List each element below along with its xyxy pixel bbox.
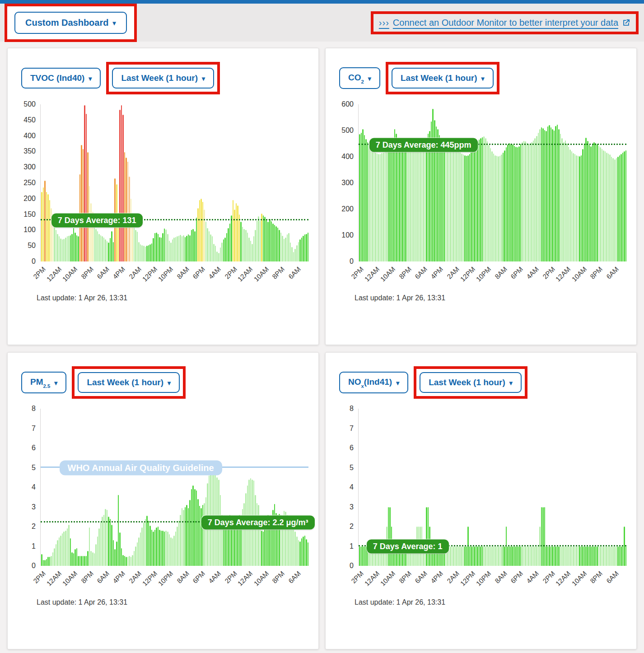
bar xyxy=(605,151,606,261)
x-tick-label: 8AM xyxy=(493,265,509,280)
bar xyxy=(603,546,604,566)
triple-chevron-icon: ››› xyxy=(379,18,389,28)
bar xyxy=(581,155,582,261)
chevron-down-icon: ▾ xyxy=(396,380,399,386)
bar xyxy=(539,129,541,261)
bar xyxy=(280,233,282,261)
bar xyxy=(79,556,81,566)
bar xyxy=(466,546,467,566)
bar xyxy=(103,238,105,261)
bar xyxy=(76,548,78,566)
bar xyxy=(383,153,384,261)
bar xyxy=(73,228,75,261)
bar xyxy=(231,215,232,261)
y-tick-label: 150 xyxy=(23,210,36,219)
x-tick-label: 2AM xyxy=(127,569,143,585)
y-axis: 050100150200250300350400450500 xyxy=(17,104,40,261)
y-tick-label: 0 xyxy=(350,257,354,266)
connect-outdoor-monitor-link[interactable]: ››› Connect an Outdoor Monitor to better… xyxy=(379,18,630,28)
bar xyxy=(372,150,373,261)
bar xyxy=(243,229,245,261)
y-tick-label: 350 xyxy=(23,147,36,155)
bar xyxy=(192,229,194,261)
bar xyxy=(78,556,79,566)
bar xyxy=(202,202,204,261)
bar xyxy=(194,489,196,566)
last-update-text: Last update: 1 Apr 26, 13:31 xyxy=(355,294,636,302)
bar xyxy=(565,546,566,566)
bar xyxy=(625,150,627,261)
x-tick-label: 2PM xyxy=(350,569,365,585)
x-tick-label: 6AM xyxy=(95,569,111,585)
bar xyxy=(197,208,199,261)
timerange-dropdown[interactable]: Last Week (1 hour) ▾ xyxy=(78,372,180,393)
bar xyxy=(141,527,143,566)
y-tick-label: 100 xyxy=(341,231,354,239)
parameter-dropdown[interactable]: TVOC (Ind40) ▾ xyxy=(21,68,101,89)
bar xyxy=(362,129,364,261)
bar xyxy=(614,159,616,261)
bar xyxy=(274,504,275,566)
bar xyxy=(584,144,585,261)
bar xyxy=(536,136,537,261)
bar xyxy=(108,517,109,566)
x-tick-label: 8PM xyxy=(79,569,95,585)
bar xyxy=(154,530,156,566)
bar xyxy=(145,247,146,261)
timerange-dropdown[interactable]: Last Week (1 hour) ▾ xyxy=(420,372,522,393)
bar xyxy=(288,233,289,261)
x-tick-label: 12AM xyxy=(554,265,572,283)
bar xyxy=(527,546,528,566)
bar xyxy=(566,144,568,261)
parameter-dropdown[interactable]: CO2 ▾ xyxy=(339,67,380,89)
bar xyxy=(212,236,213,261)
bar xyxy=(148,521,149,566)
bar xyxy=(303,236,304,261)
bar xyxy=(158,234,159,261)
bar xyxy=(75,549,76,566)
y-tick-label: 5 xyxy=(350,464,354,472)
bar xyxy=(386,150,387,261)
bar xyxy=(153,238,154,261)
bar xyxy=(428,507,429,566)
bar xyxy=(138,242,140,261)
bar xyxy=(507,546,509,566)
bar xyxy=(563,546,565,566)
custom-dashboard-label: Custom Dashboard xyxy=(25,18,108,28)
parameter-dropdown[interactable]: NOx(Ind41) ▾ xyxy=(339,372,408,393)
timerange-label: Last Week (1 hour) xyxy=(121,73,198,83)
bar xyxy=(598,146,600,261)
bar xyxy=(573,153,574,261)
bar xyxy=(549,546,550,566)
custom-dashboard-dropdown[interactable]: Custom Dashboard ▾ xyxy=(14,12,127,34)
x-tick-label: 12AM xyxy=(363,569,381,588)
bar xyxy=(365,139,367,261)
bar xyxy=(617,157,619,261)
bar xyxy=(389,148,391,261)
bar xyxy=(51,556,52,566)
chart-area: 0100200300400500600 7 Days Average: 445p… xyxy=(335,104,626,261)
bar xyxy=(124,556,126,566)
bar xyxy=(571,546,573,566)
bar xyxy=(499,156,501,261)
x-tick-label: 10PM xyxy=(474,265,492,283)
x-tick-label: 4AM xyxy=(207,569,222,585)
bar xyxy=(569,149,571,261)
timerange-dropdown[interactable]: Last Week (1 hour) ▾ xyxy=(112,68,214,89)
bar xyxy=(173,536,175,566)
bar xyxy=(566,546,568,566)
bar xyxy=(496,546,498,566)
bar xyxy=(205,497,207,566)
bar xyxy=(209,231,210,261)
timerange-dropdown[interactable]: Last Week (1 hour) ▾ xyxy=(392,68,494,89)
bar xyxy=(533,546,534,566)
parameter-dropdown[interactable]: PM2.5 ▾ xyxy=(21,372,66,393)
bar xyxy=(364,546,365,566)
bar xyxy=(67,528,68,566)
bar xyxy=(515,546,517,566)
bar xyxy=(593,142,595,261)
bar xyxy=(131,199,132,261)
bar xyxy=(463,546,464,566)
x-tick-label: 12AM xyxy=(363,265,381,283)
bar xyxy=(63,532,65,566)
